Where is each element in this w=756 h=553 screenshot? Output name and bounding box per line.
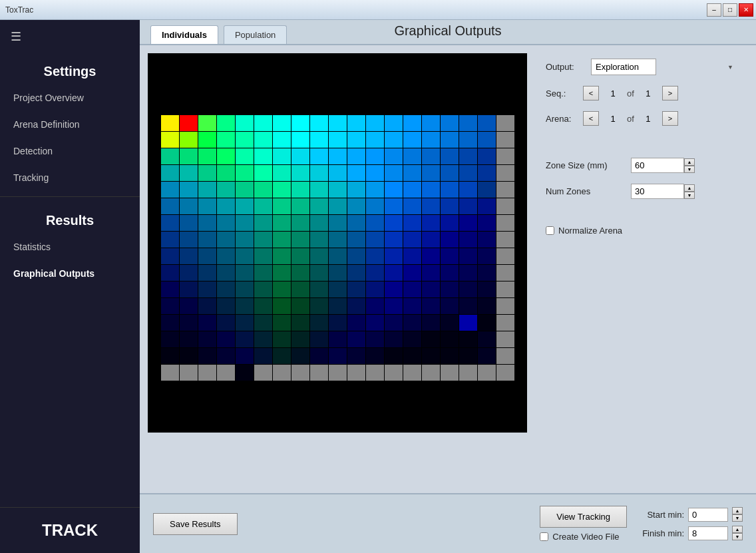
num-zones-spinner: ▲ ▼ — [631, 184, 695, 199]
sidebar: ☰ Settings Project Overview Arena Defini… — [0, 20, 140, 553]
start-min-input[interactable] — [688, 508, 728, 522]
zone-size-down[interactable]: ▼ — [684, 166, 695, 173]
sidebar-item-tracking[interactable]: Tracking — [0, 164, 140, 191]
arena-prev-button[interactable]: < — [583, 111, 599, 126]
create-video-checkbox[interactable] — [540, 532, 548, 541]
arena-total: 1 — [638, 114, 658, 124]
normalize-row: Normalize Arena — [546, 226, 737, 236]
zone-size-input[interactable] — [631, 158, 684, 173]
content-header: Individuals Population Graphical Outputs — [140, 20, 756, 45]
start-min-down[interactable]: ▼ — [732, 514, 743, 522]
heatmap-canvas — [158, 59, 517, 428]
controls-panel: Output: Exploration Heatmap Trajectory S… — [535, 53, 748, 485]
sidebar-spacer — [0, 287, 140, 507]
content-body: Output: Exploration Heatmap Trajectory S… — [140, 45, 756, 493]
seq-current: 1 — [603, 89, 623, 98]
title-bar: ToxTrac – □ ✕ — [0, 0, 756, 20]
minimize-button[interactable]: – — [707, 3, 721, 17]
seq-prev-button[interactable]: < — [583, 86, 599, 100]
sidebar-item-project-overview[interactable]: Project Overview — [0, 85, 140, 111]
finish-min-label: Finish min: — [638, 528, 684, 538]
bottom-bar: Save Results View Tracking Create Video … — [140, 493, 756, 553]
main-content: Individuals Population Graphical Outputs… — [140, 20, 756, 553]
seq-label: Seq.: — [546, 89, 579, 98]
finish-min-row: Finish min: ▲ ▼ — [638, 526, 743, 540]
start-min-buttons: ▲ ▼ — [732, 507, 743, 522]
start-min-up[interactable]: ▲ — [732, 507, 743, 514]
output-select[interactable]: Exploration Heatmap Trajectory — [591, 59, 656, 75]
window-controls: – □ ✕ — [707, 3, 753, 17]
heatmap-container — [148, 53, 527, 433]
finish-min-buttons: ▲ ▼ — [732, 526, 743, 540]
num-zones-input[interactable] — [631, 184, 684, 199]
save-results-button[interactable]: Save Results — [153, 513, 238, 535]
num-zones-row: Num Zones ▲ ▼ — [546, 184, 737, 199]
results-section-title: Results — [0, 202, 140, 234]
time-controls: Start min: ▲ ▼ Finish min: ▲ ▼ — [638, 507, 743, 540]
arena-of: of — [627, 114, 634, 124]
bottom-right: View Tracking Create Video File Start mi… — [540, 506, 743, 542]
zone-size-spinner: ▲ ▼ — [631, 158, 695, 173]
tab-population[interactable]: Population — [224, 25, 287, 44]
seq-total: 1 — [638, 89, 658, 98]
arena-current: 1 — [603, 114, 623, 124]
app-title: ToxTrac — [5, 5, 33, 15]
finish-min-input[interactable] — [688, 526, 728, 540]
num-zones-buttons: ▲ ▼ — [684, 184, 695, 199]
create-video-label[interactable]: Create Video File — [552, 532, 619, 542]
track-button[interactable]: TRACK — [0, 507, 140, 553]
finish-min-up[interactable]: ▲ — [732, 526, 743, 533]
normalize-checkbox[interactable] — [546, 226, 554, 235]
start-min-label: Start min: — [638, 510, 684, 520]
output-label: Output: — [546, 62, 586, 72]
create-video-row: Create Video File — [540, 532, 619, 542]
sidebar-divider — [0, 196, 140, 197]
arena-label: Arena: — [546, 114, 579, 124]
num-zones-up[interactable]: ▲ — [684, 184, 695, 192]
menu-button[interactable]: ☰ — [0, 20, 140, 53]
seq-row: Seq.: < 1 of 1 > — [546, 86, 737, 100]
sidebar-item-statistics[interactable]: Statistics — [0, 234, 140, 260]
view-tracking-button[interactable]: View Tracking — [540, 506, 627, 528]
maximize-button[interactable]: □ — [723, 3, 737, 17]
zone-size-label: Zone Size (mm) — [546, 160, 626, 170]
normalize-label[interactable]: Normalize Arena — [558, 226, 622, 236]
sidebar-item-detection[interactable]: Detection — [0, 138, 140, 164]
arena-next-button[interactable]: > — [662, 111, 678, 126]
zone-size-buttons: ▲ ▼ — [684, 158, 695, 173]
page-title: Graphical Outputs — [394, 23, 501, 39]
zone-size-row: Zone Size (mm) ▲ ▼ — [546, 158, 737, 173]
finish-min-down[interactable]: ▼ — [732, 533, 743, 540]
output-row: Output: Exploration Heatmap Trajectory — [546, 59, 737, 75]
start-min-row: Start min: ▲ ▼ — [638, 507, 743, 522]
tab-individuals[interactable]: Individuals — [150, 25, 218, 44]
settings-section-title: Settings — [0, 53, 140, 85]
output-select-wrapper: Exploration Heatmap Trajectory — [591, 59, 737, 75]
close-button[interactable]: ✕ — [739, 3, 753, 17]
sidebar-item-arena-definition[interactable]: Arena Definition — [0, 111, 140, 138]
sidebar-item-graphical-outputs[interactable]: Graphical Outputs — [0, 260, 140, 287]
num-zones-down[interactable]: ▼ — [684, 192, 695, 199]
arena-row: Arena: < 1 of 1 > — [546, 111, 737, 126]
zone-size-up[interactable]: ▲ — [684, 158, 695, 166]
seq-of: of — [627, 89, 634, 98]
num-zones-label: Num Zones — [546, 186, 626, 196]
app-container: ☰ Settings Project Overview Arena Defini… — [0, 20, 756, 553]
seq-next-button[interactable]: > — [662, 86, 678, 100]
